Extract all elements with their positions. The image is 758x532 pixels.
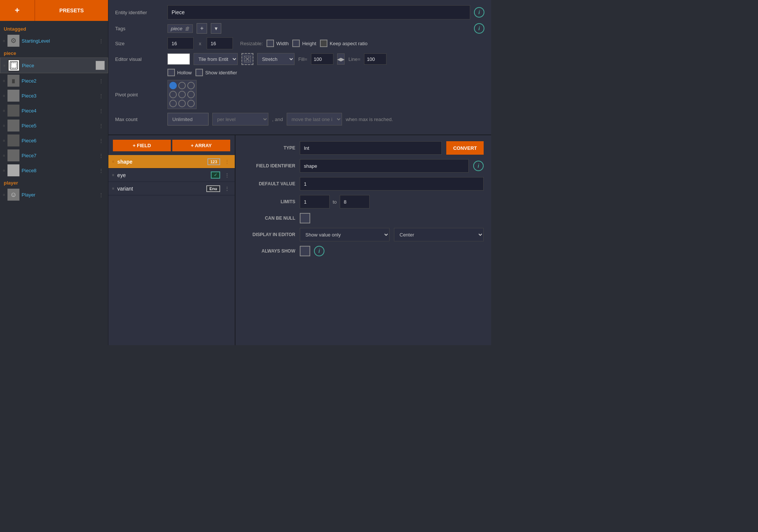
drag-handle-icon: ≡ bbox=[3, 64, 6, 68]
pivot-top-right[interactable] bbox=[187, 82, 195, 89]
tags-row: Tags piece 🗑 + ▼ i bbox=[115, 23, 484, 34]
field-action-buttons: + FIELD + ARRAY bbox=[108, 135, 235, 155]
pivot-bottom-center[interactable] bbox=[178, 100, 186, 107]
size-height-input[interactable] bbox=[207, 37, 233, 49]
tag-add-button[interactable]: + bbox=[197, 23, 207, 34]
entity-item-piece6[interactable]: ≡ Piece6 ⋮ bbox=[0, 133, 108, 148]
tile-source-dropdown[interactable]: Tile from Entit bbox=[194, 53, 238, 65]
always-show-checkbox[interactable] bbox=[300, 246, 310, 256]
height-checkbox[interactable] bbox=[292, 40, 300, 47]
entity-menu-button-piece4[interactable]: ⋮ bbox=[97, 107, 105, 114]
entity-menu-button-piece7[interactable]: ⋮ bbox=[97, 152, 105, 159]
display-mode-dropdown[interactable]: Show value only Show name and value Hidd… bbox=[300, 228, 389, 241]
field-name-shape: shape bbox=[117, 159, 204, 165]
size-x-separator: x bbox=[197, 41, 203, 46]
entity-item-piece4[interactable]: ≡ Piece4 ⋮ bbox=[0, 103, 108, 118]
stretch-mode-dropdown[interactable]: Stretch bbox=[257, 53, 295, 65]
entity-identifier-input[interactable] bbox=[167, 5, 470, 19]
type-label: TYPE bbox=[243, 145, 295, 151]
entity-item-startinglevel[interactable]: ≡ ⚙ StartingLevel ⋮ bbox=[0, 33, 108, 48]
field-drag-handle-shape: ≡ bbox=[112, 160, 114, 164]
tag-arrow-button[interactable]: ▼ bbox=[211, 23, 221, 34]
entity-name-player: Player bbox=[22, 192, 95, 198]
field-identifier-input[interactable] bbox=[300, 159, 469, 173]
entity-menu-button-startinglevel[interactable]: ⋮ bbox=[97, 37, 105, 44]
pivot-top-left[interactable] bbox=[169, 82, 177, 89]
type-input[interactable] bbox=[300, 141, 442, 155]
entity-item-piece2[interactable]: ≡ ▓ Piece2 ⋮ bbox=[0, 73, 108, 88]
field-row-variant[interactable]: ≡ variant Enu ⋮ bbox=[108, 182, 235, 195]
hollow-checkbox[interactable] bbox=[167, 69, 175, 76]
default-value-input[interactable] bbox=[300, 177, 484, 191]
entity-menu-button-piece3[interactable]: ⋮ bbox=[97, 92, 105, 99]
pivot-bottom-right[interactable] bbox=[187, 100, 195, 107]
show-identifier-checkbox[interactable] bbox=[195, 69, 203, 76]
entity-icon-piece3 bbox=[7, 90, 19, 102]
stretch-icon[interactable] bbox=[241, 53, 253, 65]
field-row-shape[interactable]: ≡ shape 123 ⋮ bbox=[108, 155, 235, 168]
field-menu-button-variant[interactable]: ⋮ bbox=[223, 185, 231, 192]
entity-menu-button-player[interactable]: ⋮ bbox=[97, 191, 105, 198]
pivot-middle-center[interactable] bbox=[178, 91, 186, 98]
entity-menu-button-piece2[interactable]: ⋮ bbox=[97, 77, 105, 84]
tags-info-button[interactable]: i bbox=[474, 23, 484, 34]
pivot-bottom-left[interactable] bbox=[169, 100, 177, 107]
entity-item-piece7[interactable]: ≡ Piece7 ⋮ bbox=[0, 148, 108, 163]
always-show-controls: i bbox=[300, 246, 324, 256]
max-count-input[interactable] bbox=[167, 113, 209, 126]
entity-menu-button-piece6[interactable]: ⋮ bbox=[97, 137, 105, 144]
display-in-editor-label: DISPLAY IN EDITOR bbox=[243, 232, 295, 237]
pivot-top-center[interactable] bbox=[178, 82, 186, 89]
piece-color-swatch[interactable] bbox=[96, 61, 105, 70]
add-entity-button[interactable]: + bbox=[0, 0, 34, 21]
hollow-row: Hollow Show identifier bbox=[115, 69, 484, 76]
width-checkbox[interactable] bbox=[266, 40, 274, 47]
entity-item-piece[interactable]: ≡ Piece bbox=[0, 58, 108, 73]
presets-button[interactable]: PRESETS bbox=[34, 0, 108, 21]
move-last-dropdown[interactable]: move the last one i bbox=[287, 113, 342, 126]
limits-from-input[interactable] bbox=[300, 195, 330, 208]
entity-menu-button-piece8[interactable]: ⋮ bbox=[97, 167, 105, 174]
visual-color-swatch[interactable] bbox=[167, 53, 190, 65]
field-identifier-info-button[interactable]: i bbox=[473, 161, 484, 171]
add-array-button[interactable]: + ARRAY bbox=[172, 140, 230, 151]
always-show-info-button[interactable]: i bbox=[314, 246, 324, 256]
entity-menu-button-piece5[interactable]: ⋮ bbox=[97, 122, 105, 129]
keep-aspect-label: Keep aspect ratio bbox=[330, 41, 367, 46]
drag-handle-icon: ≡ bbox=[3, 94, 5, 98]
field-drag-handle-variant: ≡ bbox=[112, 186, 114, 191]
keep-aspect-checkbox[interactable] bbox=[320, 40, 327, 47]
entity-icon-piece5 bbox=[7, 120, 19, 132]
tag-value: piece bbox=[171, 26, 182, 31]
field-menu-button-eye[interactable]: ⋮ bbox=[223, 171, 231, 179]
display-align-dropdown[interactable]: Center Left Right bbox=[394, 228, 484, 241]
show-identifier-label: Show identifier bbox=[205, 70, 237, 75]
hollow-checkbox-wrap: Hollow bbox=[167, 69, 192, 76]
field-menu-button-shape[interactable]: ⋮ bbox=[223, 158, 231, 165]
field-row-eye[interactable]: ≡ eye ✓ ⋮ bbox=[108, 168, 235, 182]
drag-handle-icon: ≡ bbox=[3, 109, 5, 113]
entity-item-piece5[interactable]: ≡ Piece5 ⋮ bbox=[0, 118, 108, 133]
entity-item-piece8[interactable]: ≡ Piece8 ⋮ bbox=[0, 163, 108, 178]
pivot-middle-right[interactable] bbox=[187, 91, 195, 98]
fill-arrow-button[interactable]: ◀▶ bbox=[337, 53, 345, 65]
entity-item-player[interactable]: ≡ ☺ Player ⋮ bbox=[0, 187, 108, 202]
entity-icon-player: ☺ bbox=[7, 189, 19, 201]
default-value-label: DEFAULT VALUE bbox=[243, 181, 295, 186]
size-width-input[interactable] bbox=[167, 37, 194, 49]
per-level-dropdown[interactable]: per level bbox=[212, 113, 268, 126]
and-label: , and bbox=[272, 117, 283, 122]
entity-identifier-info-button[interactable]: i bbox=[474, 7, 484, 18]
fill-input[interactable] bbox=[311, 53, 333, 65]
can-be-null-checkbox[interactable] bbox=[300, 213, 310, 223]
entity-item-piece3[interactable]: ≡ Piece3 ⋮ bbox=[0, 88, 108, 103]
convert-button[interactable]: CONVERT bbox=[446, 141, 484, 155]
field-name-variant: variant bbox=[117, 186, 203, 192]
tag-delete-button[interactable]: 🗑 bbox=[185, 26, 190, 31]
editor-visual-label: Editor visual bbox=[115, 56, 164, 62]
line-input[interactable] bbox=[364, 53, 386, 65]
pivot-middle-left[interactable] bbox=[169, 91, 177, 98]
limits-to-input[interactable] bbox=[340, 195, 370, 208]
tags-label: Tags bbox=[115, 26, 164, 31]
add-field-button[interactable]: + FIELD bbox=[113, 140, 171, 151]
